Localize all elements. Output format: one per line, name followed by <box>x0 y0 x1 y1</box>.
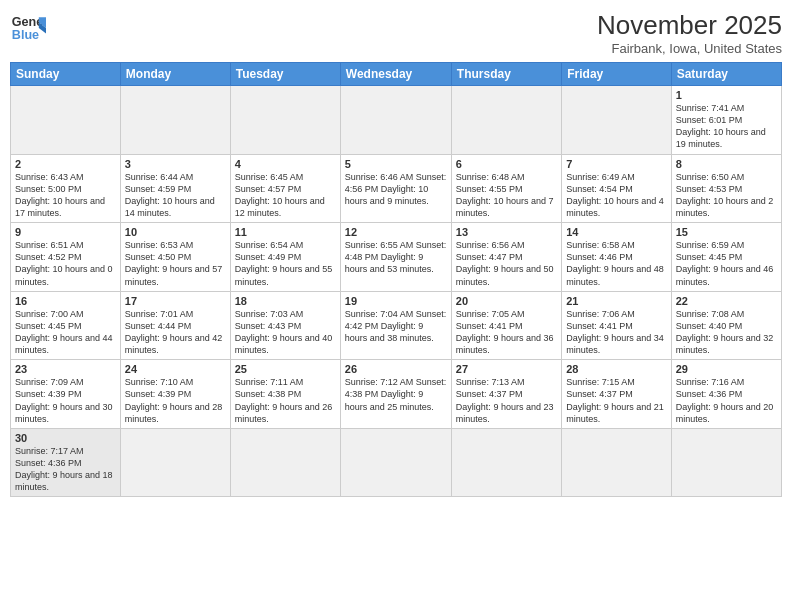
day-info: Sunrise: 6:54 AM Sunset: 4:49 PM Dayligh… <box>235 239 336 288</box>
day-info: Sunrise: 6:56 AM Sunset: 4:47 PM Dayligh… <box>456 239 557 288</box>
calendar-cell: 26Sunrise: 7:12 AM Sunset: 4:38 PM Dayli… <box>340 360 451 429</box>
calendar-cell <box>120 428 230 497</box>
calendar-cell <box>230 428 340 497</box>
day-number: 28 <box>566 363 666 375</box>
title-block: November 2025 Fairbank, Iowa, United Sta… <box>597 10 782 56</box>
day-info: Sunrise: 7:03 AM Sunset: 4:43 PM Dayligh… <box>235 308 336 357</box>
day-number: 16 <box>15 295 116 307</box>
calendar-cell <box>340 86 451 155</box>
calendar-week-row: 23Sunrise: 7:09 AM Sunset: 4:39 PM Dayli… <box>11 360 782 429</box>
day-number: 23 <box>15 363 116 375</box>
day-number: 15 <box>676 226 777 238</box>
calendar-cell: 30Sunrise: 7:17 AM Sunset: 4:36 PM Dayli… <box>11 428 121 497</box>
day-number: 19 <box>345 295 447 307</box>
day-number: 7 <box>566 158 666 170</box>
day-number: 9 <box>15 226 116 238</box>
calendar-cell: 1Sunrise: 7:41 AM Sunset: 6:01 PM Daylig… <box>671 86 781 155</box>
day-info: Sunrise: 6:55 AM Sunset: 4:48 PM Dayligh… <box>345 239 447 275</box>
day-number: 11 <box>235 226 336 238</box>
day-header-sunday: Sunday <box>11 63 121 86</box>
day-number: 20 <box>456 295 557 307</box>
calendar-cell <box>230 86 340 155</box>
calendar-cell: 17Sunrise: 7:01 AM Sunset: 4:44 PM Dayli… <box>120 291 230 360</box>
calendar-cell: 9Sunrise: 6:51 AM Sunset: 4:52 PM Daylig… <box>11 223 121 292</box>
day-info: Sunrise: 7:05 AM Sunset: 4:41 PM Dayligh… <box>456 308 557 357</box>
calendar-week-row: 2Sunrise: 6:43 AM Sunset: 5:00 PM Daylig… <box>11 154 782 223</box>
calendar-cell: 7Sunrise: 6:49 AM Sunset: 4:54 PM Daylig… <box>562 154 671 223</box>
calendar-week-row: 16Sunrise: 7:00 AM Sunset: 4:45 PM Dayli… <box>11 291 782 360</box>
day-info: Sunrise: 6:43 AM Sunset: 5:00 PM Dayligh… <box>15 171 116 220</box>
day-info: Sunrise: 7:11 AM Sunset: 4:38 PM Dayligh… <box>235 376 336 425</box>
logo-icon: General Blue <box>10 10 46 46</box>
day-number: 12 <box>345 226 447 238</box>
calendar-cell <box>562 428 671 497</box>
day-number: 8 <box>676 158 777 170</box>
calendar-header-row: SundayMondayTuesdayWednesdayThursdayFrid… <box>11 63 782 86</box>
calendar-cell: 11Sunrise: 6:54 AM Sunset: 4:49 PM Dayli… <box>230 223 340 292</box>
day-number: 4 <box>235 158 336 170</box>
calendar-week-row: 30Sunrise: 7:17 AM Sunset: 4:36 PM Dayli… <box>11 428 782 497</box>
day-number: 18 <box>235 295 336 307</box>
day-info: Sunrise: 7:01 AM Sunset: 4:44 PM Dayligh… <box>125 308 226 357</box>
day-number: 14 <box>566 226 666 238</box>
day-info: Sunrise: 7:15 AM Sunset: 4:37 PM Dayligh… <box>566 376 666 425</box>
calendar-cell: 8Sunrise: 6:50 AM Sunset: 4:53 PM Daylig… <box>671 154 781 223</box>
subtitle: Fairbank, Iowa, United States <box>597 41 782 56</box>
calendar-cell: 27Sunrise: 7:13 AM Sunset: 4:37 PM Dayli… <box>451 360 561 429</box>
calendar-cell <box>451 428 561 497</box>
calendar-cell: 2Sunrise: 6:43 AM Sunset: 5:00 PM Daylig… <box>11 154 121 223</box>
svg-text:Blue: Blue <box>12 28 39 42</box>
calendar-cell: 19Sunrise: 7:04 AM Sunset: 4:42 PM Dayli… <box>340 291 451 360</box>
day-header-friday: Friday <box>562 63 671 86</box>
day-info: Sunrise: 7:00 AM Sunset: 4:45 PM Dayligh… <box>15 308 116 357</box>
day-info: Sunrise: 7:13 AM Sunset: 4:37 PM Dayligh… <box>456 376 557 425</box>
day-number: 1 <box>676 89 777 101</box>
calendar-cell: 29Sunrise: 7:16 AM Sunset: 4:36 PM Dayli… <box>671 360 781 429</box>
day-header-wednesday: Wednesday <box>340 63 451 86</box>
day-header-monday: Monday <box>120 63 230 86</box>
calendar-cell: 5Sunrise: 6:46 AM Sunset: 4:56 PM Daylig… <box>340 154 451 223</box>
day-number: 10 <box>125 226 226 238</box>
day-info: Sunrise: 6:44 AM Sunset: 4:59 PM Dayligh… <box>125 171 226 220</box>
day-info: Sunrise: 6:59 AM Sunset: 4:45 PM Dayligh… <box>676 239 777 288</box>
day-info: Sunrise: 7:41 AM Sunset: 6:01 PM Dayligh… <box>676 102 777 151</box>
day-info: Sunrise: 7:10 AM Sunset: 4:39 PM Dayligh… <box>125 376 226 425</box>
day-info: Sunrise: 6:49 AM Sunset: 4:54 PM Dayligh… <box>566 171 666 220</box>
calendar-cell: 6Sunrise: 6:48 AM Sunset: 4:55 PM Daylig… <box>451 154 561 223</box>
calendar-cell <box>120 86 230 155</box>
day-number: 2 <box>15 158 116 170</box>
day-header-saturday: Saturday <box>671 63 781 86</box>
calendar-cell: 18Sunrise: 7:03 AM Sunset: 4:43 PM Dayli… <box>230 291 340 360</box>
logo: General Blue <box>10 10 46 46</box>
day-number: 3 <box>125 158 226 170</box>
calendar-cell: 23Sunrise: 7:09 AM Sunset: 4:39 PM Dayli… <box>11 360 121 429</box>
day-number: 13 <box>456 226 557 238</box>
day-info: Sunrise: 6:51 AM Sunset: 4:52 PM Dayligh… <box>15 239 116 288</box>
day-info: Sunrise: 6:48 AM Sunset: 4:55 PM Dayligh… <box>456 171 557 220</box>
day-info: Sunrise: 6:58 AM Sunset: 4:46 PM Dayligh… <box>566 239 666 288</box>
calendar-cell <box>11 86 121 155</box>
day-number: 21 <box>566 295 666 307</box>
day-number: 25 <box>235 363 336 375</box>
calendar-cell: 24Sunrise: 7:10 AM Sunset: 4:39 PM Dayli… <box>120 360 230 429</box>
calendar-cell: 3Sunrise: 6:44 AM Sunset: 4:59 PM Daylig… <box>120 154 230 223</box>
day-info: Sunrise: 7:16 AM Sunset: 4:36 PM Dayligh… <box>676 376 777 425</box>
day-number: 17 <box>125 295 226 307</box>
calendar-cell: 16Sunrise: 7:00 AM Sunset: 4:45 PM Dayli… <box>11 291 121 360</box>
day-info: Sunrise: 7:17 AM Sunset: 4:36 PM Dayligh… <box>15 445 116 494</box>
calendar-week-row: 1Sunrise: 7:41 AM Sunset: 6:01 PM Daylig… <box>11 86 782 155</box>
day-info: Sunrise: 7:06 AM Sunset: 4:41 PM Dayligh… <box>566 308 666 357</box>
calendar-cell: 25Sunrise: 7:11 AM Sunset: 4:38 PM Dayli… <box>230 360 340 429</box>
calendar-cell: 10Sunrise: 6:53 AM Sunset: 4:50 PM Dayli… <box>120 223 230 292</box>
day-header-tuesday: Tuesday <box>230 63 340 86</box>
calendar-cell <box>451 86 561 155</box>
day-number: 29 <box>676 363 777 375</box>
calendar-cell: 12Sunrise: 6:55 AM Sunset: 4:48 PM Dayli… <box>340 223 451 292</box>
day-number: 6 <box>456 158 557 170</box>
calendar-week-row: 9Sunrise: 6:51 AM Sunset: 4:52 PM Daylig… <box>11 223 782 292</box>
calendar-cell: 14Sunrise: 6:58 AM Sunset: 4:46 PM Dayli… <box>562 223 671 292</box>
calendar-cell <box>340 428 451 497</box>
header: General Blue November 2025 Fairbank, Iow… <box>10 10 782 56</box>
calendar-cell: 13Sunrise: 6:56 AM Sunset: 4:47 PM Dayli… <box>451 223 561 292</box>
calendar-cell: 15Sunrise: 6:59 AM Sunset: 4:45 PM Dayli… <box>671 223 781 292</box>
